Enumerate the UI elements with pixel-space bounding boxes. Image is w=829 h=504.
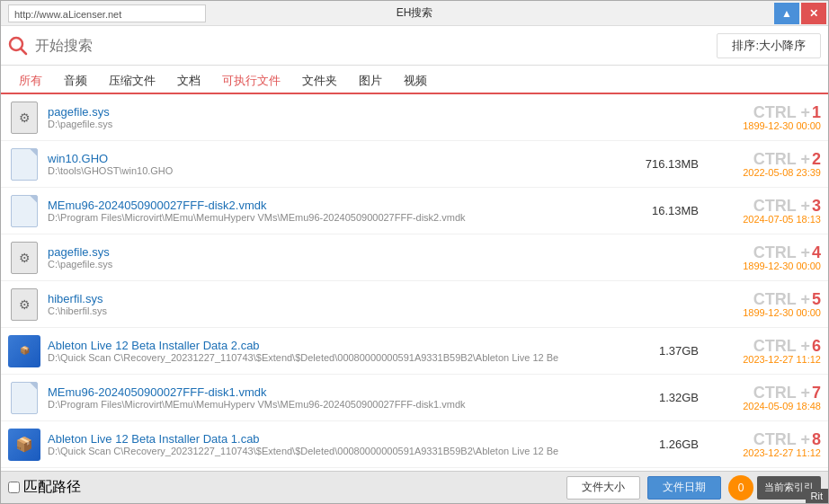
tab-exe[interactable]: 可执行文件: [211, 69, 291, 94]
ctrl-shortcut-2: CTRL + 3 2024-07-05 18:13: [713, 198, 821, 225]
file-path-1: D:\tools\GHOST\win10.GHO: [48, 165, 632, 176]
file-size-6: 1.32GB: [636, 391, 699, 404]
window-title: EH搜索: [397, 5, 433, 21]
file-icon-5: 📦: [8, 335, 40, 367]
title-bar-buttons: ▲ ✕: [774, 3, 826, 24]
file-size-7: 1.26GB: [636, 438, 699, 451]
ctrl-label-1: CTRL +: [753, 151, 810, 167]
file-info-0: pagefile.sys D:\pagefile.sys: [48, 105, 636, 129]
search-icon: [8, 36, 28, 56]
file-icon-3: [8, 242, 40, 274]
bottom-bar: 匹配路径 文件大小 文件日期 0 当前索引引: [1, 471, 828, 503]
table-row: 📦 Ableton Live 12 Beta Installer Data 2.…: [1, 328, 828, 375]
generic-icon: [11, 382, 38, 414]
file-name-4[interactable]: hiberfil.sys: [48, 292, 636, 305]
file-name-1[interactable]: win10.GHO: [48, 152, 636, 165]
ctrl-num-3: 4: [812, 244, 821, 261]
close-button[interactable]: ✕: [801, 3, 826, 24]
match-path-label: 匹配路径: [23, 478, 81, 497]
tab-image[interactable]: 图片: [348, 69, 393, 94]
tab-folder[interactable]: 文件夹: [291, 69, 348, 94]
tab-audio[interactable]: 音频: [53, 69, 98, 94]
title-bar-left: http://www.aLicenser.net: [8, 4, 206, 22]
minimize-button[interactable]: ▲: [774, 3, 799, 24]
file-date-7: 2023-12-27 11:12: [743, 447, 821, 458]
tab-video[interactable]: 视频: [393, 69, 438, 94]
file-size-1: 716.13MB: [636, 157, 699, 171]
table-row: hiberfil.sys C:\hiberfil.sys CTRL + 5 18…: [1, 281, 828, 328]
ctrl-label-7: CTRL +: [753, 431, 810, 447]
file-name-0[interactable]: pagefile.sys: [48, 105, 636, 119]
file-size-2: 16.13MB: [636, 204, 699, 217]
file-date-1: 2022-05-08 23:39: [743, 167, 821, 178]
file-info-1: win10.GHO D:\tools\GHOST\win10.GHO: [48, 152, 636, 176]
sys-icon: [11, 102, 38, 134]
ctrl-shortcut-1: CTRL + 2 2022-05-08 23:39: [713, 151, 821, 178]
ctrl-num-1: 2: [812, 151, 821, 167]
file-info-2: MEmu96-2024050900027FFF-disk2.vmdk D:\Pr…: [48, 199, 636, 223]
table-row: MEmu96-2024050900027FFF-disk1.vmdk D:\Pr…: [1, 375, 828, 421]
file-path-3: C:\pagefile.sys: [48, 259, 632, 270]
ctrl-label-5: CTRL +: [753, 338, 810, 354]
match-path-checkbox-label[interactable]: 匹配路径: [8, 478, 81, 497]
ctrl-num-0: 1: [812, 104, 821, 120]
ctrl-shortcut-0: CTRL + 1 1899-12-30 00:00: [713, 104, 821, 131]
file-info-7: Ableton Live 12 Beta Installer Data 1.ca…: [48, 432, 636, 456]
index-count-circle: 0: [728, 475, 753, 500]
ctrl-num-6: 7: [812, 385, 821, 401]
ctrl-label-3: CTRL +: [753, 244, 810, 261]
tab-compress[interactable]: 压缩文件: [98, 69, 166, 94]
table-row: pagefile.sys C:\pagefile.sys CTRL + 4 18…: [1, 234, 828, 281]
file-name-2[interactable]: MEmu96-2024050900027FFF-disk2.vmdk: [48, 199, 636, 212]
file-name-5[interactable]: Ableton Live 12 Beta Installer Data 2.ca…: [48, 339, 636, 352]
file-path-4: C:\hiberfil.sys: [48, 305, 632, 316]
main-window: http://www.aLicenser.net EH搜索 ▲ ✕ User C…: [0, 0, 829, 504]
cab-icon: 📦: [8, 335, 40, 367]
file-path-2: D:\Program Files\Microvirt\MEmu\MemuHype…: [48, 212, 632, 223]
ctrl-label-0: CTRL +: [753, 104, 810, 120]
file-path-7: D:\Quick Scan C\Recovery_20231227_110743…: [48, 446, 632, 456]
file-icon-0: [8, 102, 40, 134]
ctrl-num-7: 8: [812, 431, 821, 447]
ctrl-shortcut-5: CTRL + 6 2023-12-27 11:12: [713, 338, 821, 365]
file-date-2: 2024-07-05 18:13: [743, 214, 821, 225]
svg-line-1: [22, 49, 27, 54]
ctrl-shortcut-4: CTRL + 5 1899-12-30 00:00: [713, 291, 821, 318]
index-count: 0: [738, 482, 744, 494]
sort-button[interactable]: 排序:大小降序: [717, 33, 821, 58]
tab-doc[interactable]: 文档: [166, 69, 211, 94]
ctrl-label-4: CTRL +: [753, 291, 810, 307]
file-info-6: MEmu96-2024050900027FFF-disk1.vmdk D:\Pr…: [48, 385, 636, 410]
table-row: MEmu96-2024050900027FFF-disk2.vmdk D:\Pr…: [1, 188, 828, 234]
ctrl-num-5: 6: [812, 338, 821, 354]
file-name-7[interactable]: Ableton Live 12 Beta Installer Data 1.ca…: [48, 432, 636, 446]
file-date-button[interactable]: 文件日期: [647, 476, 721, 500]
file-date-4: 1899-12-30 00:00: [743, 307, 821, 318]
ctrl-num-4: 5: [812, 291, 821, 307]
ctrl-shortcut-3: CTRL + 4 1899-12-30 00:00: [713, 244, 821, 271]
file-date-0: 1899-12-30 00:00: [743, 120, 821, 131]
file-icon-6: [8, 382, 40, 414]
address-bar: http://www.aLicenser.net: [8, 4, 206, 22]
generic-icon: [11, 148, 38, 181]
file-name-3[interactable]: pagefile.sys: [48, 245, 636, 259]
file-size-button[interactable]: 文件大小: [566, 476, 640, 500]
file-name-6[interactable]: MEmu96-2024050900027FFF-disk1.vmdk: [48, 385, 636, 399]
file-info-4: hiberfil.sys C:\hiberfil.sys: [48, 292, 636, 316]
search-input[interactable]: [35, 32, 709, 59]
tab-all[interactable]: 所有: [8, 69, 53, 94]
table-row: pagefile.sys D:\pagefile.sys CTRL + 1 18…: [1, 94, 828, 141]
category-tabs: 所有 音频 压缩文件 文档 可执行文件 文件夹 图片 视频: [1, 66, 828, 94]
ctrl-shortcut-6: CTRL + 7 2024-05-09 18:48: [713, 385, 821, 411]
ctrl-shortcut-7: CTRL + 8 2023-12-27 11:12: [713, 431, 821, 458]
file-path-5: D:\Quick Scan C\Recovery_20231227_110743…: [48, 352, 632, 363]
title-bar: http://www.aLicenser.net EH搜索 ▲ ✕: [1, 1, 828, 26]
file-icon-7: 📦: [8, 429, 40, 461]
table-row: 9.h2w D:\tools\桌面\image\9.h2w 1GB CTRL +…: [1, 468, 828, 471]
sys-icon: [11, 288, 38, 321]
file-info-3: pagefile.sys C:\pagefile.sys: [48, 245, 636, 270]
match-path-checkbox[interactable]: [8, 482, 20, 493]
ctrl-num-2: 3: [812, 198, 821, 214]
generic-icon: [11, 195, 38, 227]
cab-icon: 📦: [8, 429, 40, 461]
